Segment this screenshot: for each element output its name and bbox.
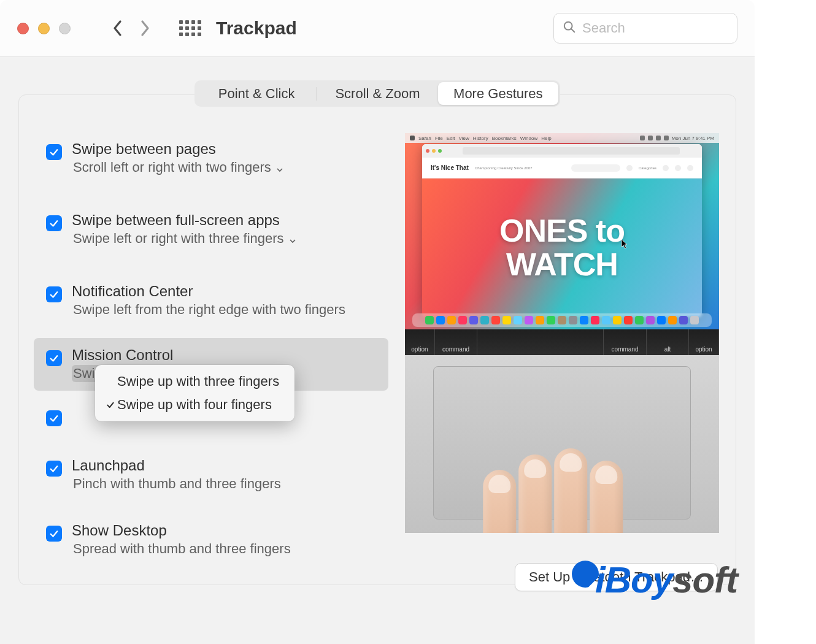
option-subtitle: Swipe left from the right edge with two … [72,301,350,318]
dock-app-icon [657,316,666,324]
dock-app-icon [624,316,633,324]
preview-illustration: Safari File Edit View History Bookmarks … [405,133,719,533]
search-field[interactable] [553,13,737,44]
dock-app-icon [502,316,511,324]
dock-app-icon [635,316,644,324]
checkbox-swipe-between-pages[interactable] [46,144,62,160]
settings-panel: Swipe between pages Scroll left or right… [18,94,736,585]
chevron-down-icon [288,234,298,243]
dock-app-icon [436,316,445,324]
dock-app-icon [679,316,688,324]
option-subtitle: Spread with thumb and three fingers [72,540,296,558]
checkbox-notification-center[interactable] [46,286,62,302]
preview-screen: Safari File Edit View History Bookmarks … [405,133,719,329]
show-all-prefs-button[interactable] [177,15,204,42]
status-icon [640,136,645,140]
checkbox-show-desktop[interactable] [46,526,62,542]
preview-trackpad-area [405,355,719,533]
forward-button[interactable] [131,15,158,42]
page-title: Trackpad [216,18,297,39]
preview-keyboard: option command command alt option [405,329,719,355]
preview-hand [483,439,655,533]
dock-app-icon [591,316,599,324]
preferences-window: Trackpad Point & Click Scroll & Zoom Mor… [0,0,755,644]
mission-control-dropdown-menu: Swipe up with three fingers Swipe up wit… [95,365,294,421]
checkbox-mission-control[interactable] [46,350,62,366]
preview-dock [412,313,712,327]
toolbar: Trackpad [0,0,755,57]
traffic-lights [17,23,71,34]
dock-app-icon [536,316,544,324]
apple-icon [410,136,415,140]
chevron-down-icon [275,163,285,172]
option-swipe-between-pages: Swipe between pages Scroll left or right… [34,132,388,185]
option-title: Show Desktop [72,522,296,539]
dock-app-icon [569,316,577,324]
tab-bar: Point & Click Scroll & Zoom More Gesture… [194,80,560,107]
setup-bluetooth-trackpad-button[interactable]: Set Up Bluetooth Trackpad… [515,563,718,591]
dock-app-icon [469,316,478,324]
check-icon [104,400,117,410]
option-show-desktop: Show Desktop Spread with thumb and three… [34,513,388,566]
option-title: Swipe between pages [72,140,290,158]
option-title: Launchpad [72,457,286,474]
back-button[interactable] [104,15,131,42]
minimize-window-button[interactable] [38,23,50,34]
tab-more-gestures[interactable]: More Gestures [438,82,558,105]
preview-trackpad [433,366,691,519]
status-icon [656,136,661,140]
dock-app-icon [447,316,456,324]
dock-app-icon [525,316,533,324]
dock-app-icon [613,316,622,324]
grid-icon [179,20,201,36]
option-notification-center: Notification Center Swipe left from the … [34,274,388,327]
option-title: Swipe between full-screen apps [72,212,302,229]
dock-app-icon [558,316,566,324]
menu-item-three-fingers[interactable]: Swipe up with three fingers [95,370,294,393]
tab-point-and-click[interactable]: Point & Click [196,82,317,105]
dock-app-icon [580,316,588,324]
tab-scroll-and-zoom[interactable]: Scroll & Zoom [317,82,437,105]
search-input[interactable] [582,20,751,36]
dock-app-icon [480,316,489,324]
svg-line-1 [571,29,574,32]
cursor-icon [621,239,628,250]
dock-app-icon [514,316,522,324]
dock-app-icon [425,316,434,324]
dock-app-icon [602,316,610,324]
dock-app-icon [646,316,655,324]
dock-app-icon [547,316,555,324]
option-title: Mission Control [72,347,246,364]
checkbox-launchpad[interactable] [46,461,62,477]
checkbox-swipe-between-apps[interactable] [46,215,62,231]
option-subtitle: Pinch with thumb and three fingers [72,475,286,493]
content-area: Point & Click Scroll & Zoom More Gesture… [0,57,755,644]
gesture-preview: Safari File Edit View History Bookmarks … [403,132,721,566]
checkbox-obscured[interactable] [46,410,62,426]
status-icon [664,136,669,140]
option-swipe-between-apps: Swipe between full-screen apps Swipe lef… [34,203,388,256]
close-window-button[interactable] [17,23,29,34]
dock-app-icon [491,316,500,324]
preview-menubar: Safari File Edit View History Bookmarks … [405,133,719,143]
option-subtitle-dropdown[interactable]: Swipe left or right with three fingers [72,230,302,247]
zoom-window-button[interactable] [59,23,71,34]
status-icon [648,136,653,140]
dock-app-icon [690,316,699,324]
menu-item-four-fingers[interactable]: Swipe up with four fingers [95,393,294,416]
dock-app-icon [458,316,467,324]
option-launchpad: Launchpad Pinch with thumb and three fin… [34,448,388,501]
option-subtitle-dropdown[interactable]: Scroll left or right with two fingers [72,159,290,176]
search-icon [626,165,633,171]
preview-browser: It's Nice That Championing Creativity Si… [422,144,702,317]
search-icon [563,20,576,36]
options-column: Swipe between pages Scroll left or right… [34,132,388,566]
option-title: Notification Center [72,283,350,300]
preview-hero-text: ONES to WATCH [499,214,625,281]
dock-app-icon [668,316,677,324]
